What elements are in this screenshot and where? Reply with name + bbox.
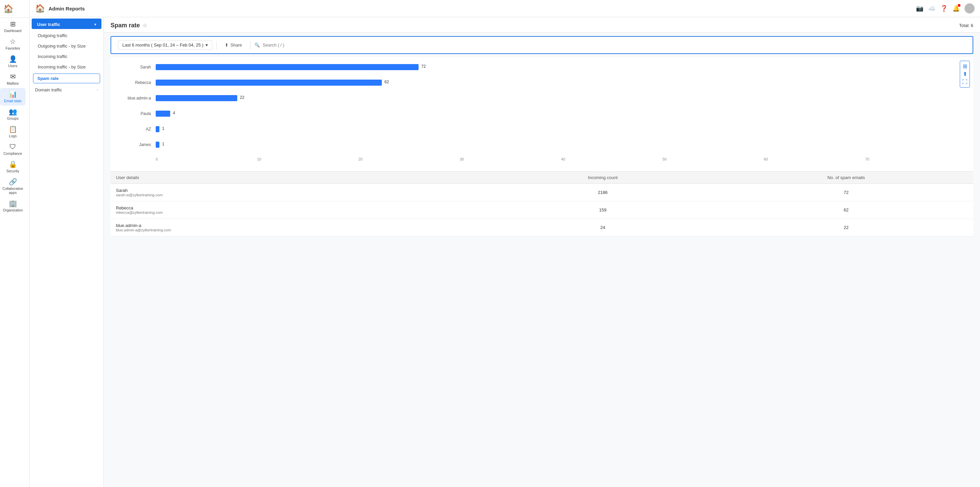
upload-icon[interactable]: ☁️ <box>928 5 935 12</box>
table-cell-incoming-0: 2186 <box>481 190 724 195</box>
nav-item-outgoing-traffic[interactable]: Outgoing traffic <box>30 30 103 41</box>
total-count-label: Total: 6 <box>959 23 973 28</box>
camera-icon[interactable]: 📷 <box>916 5 923 12</box>
chart-value-4: 1 <box>162 126 164 131</box>
chart-bar-area-1: 62 <box>156 80 967 86</box>
groups-icon: 👥 <box>9 108 17 115</box>
sidebar-item-mailbox[interactable]: ✉ Mailbox <box>0 70 25 88</box>
top-header: 🏠 Admin Reports 📷 ☁️ ❓ 🔔 <box>30 0 980 17</box>
date-picker-chevron: ▾ <box>205 43 208 48</box>
fullscreen-icon[interactable]: ⛶ <box>962 78 967 86</box>
chart-expand-panel: ⊞ ⬆ ⛶ <box>960 61 970 88</box>
mailbox-icon: ✉ <box>10 73 16 80</box>
filter-bar: Last 6 months ( Sep 01, 24 – Feb 04, 25 … <box>111 36 973 54</box>
table-row: blue.admin-a blue.admin-a@zylkertraining… <box>111 219 973 236</box>
user-name-1: Rebecca <box>116 205 481 211</box>
header-logo: 🏠 <box>35 4 45 13</box>
user-avatar[interactable] <box>964 3 975 13</box>
sidebar-label-compliance: Compliance <box>3 152 22 155</box>
col-incoming-count: Incoming count <box>481 175 724 180</box>
sidebar-item-groups[interactable]: 👥 Groups <box>0 105 25 123</box>
sidebar-label-users: Users <box>8 64 17 68</box>
chart-bar-area-5: 1 <box>156 142 967 148</box>
sidebar-item-organization[interactable]: 🏢 Organization <box>0 197 25 215</box>
chart-label-0: Sarah <box>117 65 151 69</box>
sidebar-label-favorites: Favorites <box>5 46 20 50</box>
chart-bar-area-0: 72 <box>156 64 967 70</box>
chart-label-1: Rebecca <box>117 80 151 85</box>
sidebar-item-favorites[interactable]: ☆ Favorites <box>0 35 25 53</box>
date-range-picker[interactable]: Last 6 months ( Sep 01, 24 – Feb 04, 25 … <box>118 40 212 50</box>
sidebar-item-logs[interactable]: 📋 Logs <box>0 123 25 141</box>
organization-icon: 🏢 <box>9 200 17 207</box>
nav-item-outgoing-by-size[interactable]: Outgoing traffic - by Size <box>30 41 103 51</box>
nav-chevron-icon: ▾ <box>94 22 96 26</box>
x-axis-tick: 40 <box>561 157 663 161</box>
search-input[interactable] <box>262 43 966 48</box>
table-cell-user-2: blue.admin-a blue.admin-a@zylkertraining… <box>116 223 481 232</box>
chart-bar-3 <box>156 111 170 117</box>
chart-bar-2 <box>156 95 237 101</box>
nav-item-incoming-traffic[interactable]: Incoming traffic <box>30 51 103 62</box>
table-header: User details Incoming count No. of spam … <box>111 172 973 184</box>
chart-value-2: 22 <box>240 95 244 100</box>
chart-section: Sarah 72 Rebecca 62 blue.admin-a 22 Paul… <box>111 57 973 171</box>
table-cell-incoming-1: 159 <box>481 208 724 212</box>
chart-label-5: James <box>117 142 151 147</box>
chart-bar-area-3: 4 <box>156 111 967 117</box>
favorite-star-icon[interactable]: ☆ <box>143 22 147 29</box>
sidebar-label-collaborative-apps: Collaborative apps <box>2 187 24 195</box>
sidebar-item-dashboard[interactable]: ⊞ Dashboard <box>0 18 25 35</box>
page-title-row: Spam rate ☆ <box>111 22 147 29</box>
filter-divider-2 <box>250 41 250 49</box>
nav-domain-traffic-item[interactable]: Domain traffic › <box>30 85 103 94</box>
x-axis-tick: 0 <box>156 157 257 161</box>
notifications-icon[interactable]: 🔔 <box>952 5 960 12</box>
sidebar-item-email-stats[interactable]: 📊 Email stats <box>0 88 25 105</box>
sidebar-item-collaborative-apps[interactable]: 🔗 Collaborative apps <box>0 176 25 197</box>
table-row: Sarah sarah.w@zylkertraining.com 2186 72 <box>111 184 973 201</box>
chart-bar-0 <box>156 64 418 70</box>
chart-value-5: 1 <box>162 142 164 146</box>
users-icon: 👤 <box>9 56 17 62</box>
help-icon[interactable]: ❓ <box>940 5 948 12</box>
dashboard-icon: ⊞ <box>10 21 16 27</box>
search-area: 🔍 <box>255 43 966 48</box>
sidebar-item-compliance[interactable]: 🛡 Compliance <box>0 141 25 158</box>
chart-label-4: AZ <box>117 127 151 131</box>
sidebar-item-users[interactable]: 👤 Users <box>0 53 25 70</box>
notification-badge <box>958 4 961 7</box>
chart-container: Sarah 72 Rebecca 62 blue.admin-a 22 Paul… <box>117 64 967 148</box>
sidebar-item-security[interactable]: 🔒 Security <box>0 158 25 176</box>
share-button[interactable]: ⬆ Share <box>221 40 247 49</box>
collaborative-apps-icon: 🔗 <box>9 179 17 185</box>
table-rows: Sarah sarah.w@zylkertraining.com 2186 72… <box>111 184 973 236</box>
main-area: 🏠 Admin Reports 📷 ☁️ ❓ 🔔 User traffic ▾ … <box>30 0 980 487</box>
x-axis: 010203040506070 <box>156 157 967 164</box>
app-title: Admin Reports <box>49 6 85 11</box>
full-sidebar: 🏠 ⊞ Dashboard ☆ Favorites 👤 Users ✉ Mail… <box>0 0 30 487</box>
nav-item-spam-rate[interactable]: Spam rate <box>33 73 100 83</box>
share-icon: ⬆ <box>225 43 229 48</box>
table-cell-spam-0: 72 <box>725 190 968 195</box>
chart-value-0: 72 <box>421 64 426 69</box>
x-axis-tick: 20 <box>359 157 460 161</box>
x-axis-tick: 70 <box>865 157 967 161</box>
user-name-2: blue.admin-a <box>116 223 481 228</box>
grid-view-icon[interactable]: ⊞ <box>962 63 967 70</box>
page-header: Spam rate ☆ Total: 6 <box>104 17 980 33</box>
app-logo-icon: 🏠 <box>3 4 13 13</box>
x-axis-tick: 30 <box>460 157 561 161</box>
user-email-0: sarah.w@zylkertraining.com <box>116 193 481 197</box>
share-label: Share <box>231 43 242 48</box>
nav-domain-traffic-arrow: › <box>97 88 98 92</box>
table-row: Rebecca rebecca@zylkertraining.com 159 6… <box>111 201 973 219</box>
nav-item-incoming-by-size[interactable]: Incoming traffic - by Size <box>30 62 103 72</box>
export-icon[interactable]: ⬆ <box>962 71 967 78</box>
nav-user-traffic-header[interactable]: User traffic ▾ <box>32 19 102 29</box>
table-cell-incoming-2: 24 <box>481 225 724 230</box>
chart-row: AZ 1 <box>117 126 967 132</box>
sidebar-label-dashboard: Dashboard <box>4 29 21 33</box>
chart-row: Sarah 72 <box>117 64 967 70</box>
compliance-icon: 🛡 <box>10 143 16 150</box>
